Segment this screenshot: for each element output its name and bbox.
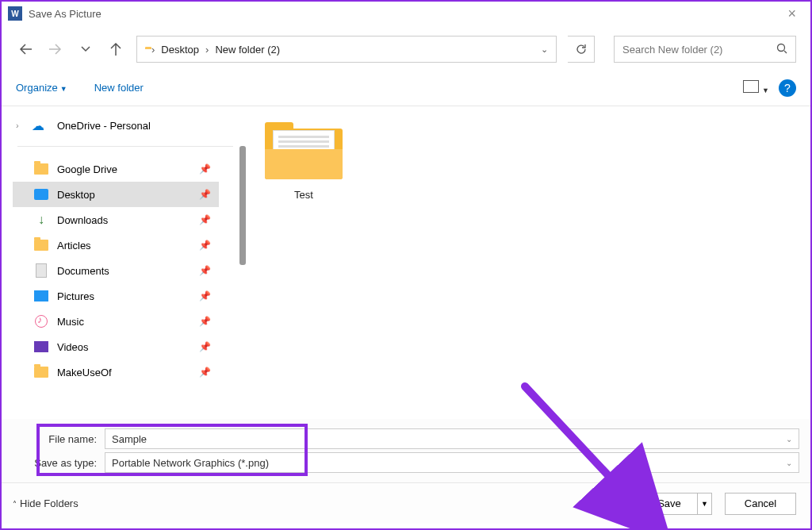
new-folder-button[interactable]: New folder	[94, 82, 144, 94]
sidebar-item-articles[interactable]: Articles 📌	[13, 232, 219, 258]
cloud-icon: ☁	[30, 117, 46, 133]
pin-icon: 📌	[199, 163, 211, 175]
folder-item-label: Test	[294, 189, 313, 201]
pin-icon: 📌	[199, 316, 211, 327]
sidebar-item-makeuseof[interactable]: MakeUseOf 📌	[13, 359, 219, 385]
desktop-icon	[33, 186, 49, 202]
filename-row: File name: Sample ⌄	[13, 428, 799, 449]
video-icon	[33, 339, 49, 355]
sidebar-item-label: Music	[57, 316, 84, 328]
chevron-down-icon: ▼	[762, 86, 769, 94]
pin-icon: 📌	[199, 214, 211, 225]
pin-icon: 📌	[199, 290, 211, 301]
dialog-title: Save As Picture	[29, 8, 102, 20]
filename-value: Sample	[112, 433, 147, 445]
chevron-down-icon[interactable]: ⌄	[541, 44, 548, 55]
nav-up-icon[interactable]	[106, 40, 125, 59]
sidebar-item-google-drive[interactable]: Google Drive 📌	[13, 156, 219, 182]
pin-icon: 📌	[199, 189, 211, 200]
address-bar[interactable]: › Desktop › New folder (2) ⌄	[136, 36, 557, 63]
chevron-right-icon: ›	[205, 44, 209, 56]
nav-forward-icon[interactable]	[46, 40, 65, 59]
filetype-row: Save as type: Portable Network Graphics …	[13, 452, 799, 473]
sidebar-item-label: Documents	[57, 265, 109, 277]
nav-row: › Desktop › New folder (2) ⌄	[2, 25, 810, 63]
sidebar-item-pictures[interactable]: Pictures 📌	[13, 283, 219, 309]
music-icon	[33, 313, 49, 329]
sidebar-item-label: Google Drive	[57, 163, 117, 175]
view-mode-button[interactable]: ▼	[743, 80, 769, 95]
chevron-right-icon[interactable]: ›	[16, 121, 27, 130]
toolbar: Organize▼ New folder ▼ ?	[2, 70, 810, 106]
sidebar: › ☁ OneDrive - Personal Google Drive 📌 D…	[2, 106, 246, 419]
nav-back-icon[interactable]	[16, 40, 35, 59]
chevron-up-icon: ˄	[13, 500, 17, 509]
footer: ˄Hide Folders Tools ▼ Save ▼ Cancel	[2, 482, 810, 524]
svg-point-0	[778, 44, 785, 51]
divider	[17, 146, 233, 147]
chevron-down-icon: ▼	[621, 501, 628, 509]
folder-icon	[33, 161, 49, 177]
sidebar-item-music[interactable]: Music 📌	[13, 309, 219, 334]
sidebar-item-label: Pictures	[57, 290, 94, 302]
search-input[interactable]	[622, 44, 776, 56]
filetype-label: Save as type:	[13, 457, 105, 469]
fields-area: File name: Sample ⌄ Save as type: Portab…	[2, 419, 810, 482]
word-app-icon: W	[8, 6, 22, 21]
sidebar-item-label: MakeUseOf	[57, 367, 112, 378]
chevron-down-icon: ▼	[60, 85, 67, 93]
chevron-right-icon: ›	[151, 44, 155, 56]
organize-button[interactable]: Organize▼	[16, 82, 67, 94]
scrollbar[interactable]	[239, 146, 246, 265]
document-icon	[33, 263, 49, 278]
sidebar-item-label: Articles	[57, 240, 91, 252]
save-button-dropdown[interactable]: ▼	[698, 493, 712, 515]
breadcrumb-item[interactable]: Desktop	[161, 44, 199, 56]
sidebar-item-videos[interactable]: Videos 📌	[13, 334, 219, 359]
refresh-icon[interactable]	[568, 36, 595, 63]
file-list[interactable]: Test	[246, 106, 810, 419]
filetype-select[interactable]: Portable Network Graphics (*.png) ⌄	[105, 452, 799, 473]
folder-icon	[33, 237, 49, 253]
breadcrumb-item[interactable]: New folder (2)	[215, 44, 280, 56]
sidebar-item-desktop[interactable]: Desktop 📌	[13, 182, 219, 207]
help-icon[interactable]: ?	[779, 79, 796, 97]
hide-folders-button[interactable]: ˄Hide Folders	[13, 497, 79, 509]
titlebar: W Save As Picture ×	[2, 2, 810, 25]
search-icon[interactable]	[776, 43, 787, 56]
sidebar-item-downloads[interactable]: ↓ Downloads 📌	[13, 207, 219, 232]
download-icon: ↓	[33, 212, 49, 228]
nav-recent-icon[interactable]	[76, 40, 95, 59]
pin-icon: 📌	[199, 265, 211, 276]
sidebar-item-onedrive[interactable]: › ☁ OneDrive - Personal	[13, 113, 219, 138]
tools-button[interactable]: Tools ▼	[594, 497, 628, 509]
save-button[interactable]: Save ▼	[641, 493, 712, 515]
pin-icon: 📌	[199, 341, 211, 352]
save-button-main[interactable]: Save	[641, 493, 698, 515]
chevron-down-icon[interactable]: ⌄	[786, 459, 792, 467]
filename-label: File name:	[13, 433, 105, 445]
filename-input[interactable]: Sample ⌄	[105, 428, 799, 449]
sidebar-item-label: Downloads	[57, 214, 108, 226]
sidebar-item-label: Videos	[57, 341, 89, 353]
sidebar-item-label: Desktop	[57, 189, 95, 201]
close-icon[interactable]: ×	[779, 6, 804, 22]
pin-icon: 📌	[199, 240, 211, 251]
sidebar-item-label: OneDrive - Personal	[57, 120, 151, 132]
cancel-button[interactable]: Cancel	[725, 493, 796, 515]
chevron-down-icon[interactable]: ⌄	[786, 435, 792, 444]
folder-icon	[265, 122, 343, 179]
folder-item-test[interactable]: Test	[265, 122, 343, 201]
pin-icon: 📌	[199, 367, 211, 378]
folder-icon	[33, 364, 49, 380]
main-area: › ☁ OneDrive - Personal Google Drive 📌 D…	[2, 106, 810, 419]
filetype-value: Portable Network Graphics (*.png)	[112, 457, 269, 469]
picture-icon	[33, 288, 49, 304]
sidebar-item-documents[interactable]: Documents 📌	[13, 258, 219, 283]
search-box[interactable]	[614, 36, 796, 63]
